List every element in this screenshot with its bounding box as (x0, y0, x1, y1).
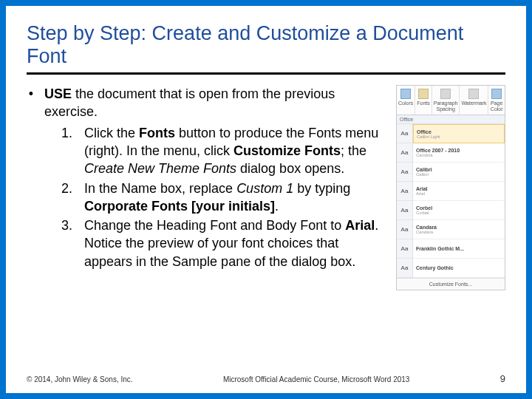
lead-rest: the document that is open from the previ… (44, 86, 335, 119)
menu-header: Office (397, 115, 505, 124)
list-item: 1. Click the Fonts button to produce the… (56, 124, 390, 178)
step-number: 2. (56, 180, 72, 216)
menu-aa-column: Aa Aa Aa Aa Aa Aa Aa Aa (397, 124, 413, 278)
aa-icon: Aa (397, 143, 412, 163)
text-column: • USE the document that is open from the… (27, 85, 390, 290)
fonts-menu-screenshot: Colors Fonts Paragraph Spacing Watermark… (396, 85, 505, 290)
content-row: • USE the document that is open from the… (27, 85, 505, 290)
aa-icon: Aa (397, 239, 412, 259)
ribbon-row: Colors Fonts Paragraph Spacing Watermark… (397, 86, 505, 115)
ribbon-colors: Colors (397, 86, 415, 115)
menu-item: Century Gothic (413, 259, 505, 278)
footer: © 2014, John Wiley & Sons, Inc. Microsof… (27, 373, 505, 384)
screenshot-column: Colors Fonts Paragraph Spacing Watermark… (396, 85, 505, 290)
ribbon-fonts: Fonts (415, 86, 432, 115)
step-body: Change the Heading Font and Body Font to… (84, 216, 390, 270)
ribbon-watermark: Watermark (460, 86, 488, 115)
customize-fonts-link: Customize Fonts... (397, 278, 505, 290)
menu-item-selected: OfficeCalibri Light (413, 124, 505, 143)
menu-items: OfficeCalibri Light Office 2007 - 2010Ca… (413, 124, 505, 278)
step-body: Click the Fonts button to produce the Fo… (84, 124, 390, 178)
aa-icon: Aa (397, 124, 412, 143)
aa-icon: Aa (397, 259, 412, 278)
menu-item: Office 2007 - 2010Cambria (413, 143, 505, 163)
step-list: 1. Click the Fonts button to produce the… (56, 124, 390, 270)
aa-icon: Aa (397, 220, 412, 239)
menu-item: Franklin Gothic M... (413, 239, 505, 259)
menu-item: CandaraCandara (413, 220, 505, 239)
lead-line: • USE the document that is open from the… (27, 85, 390, 121)
aa-icon: Aa (397, 182, 412, 201)
list-item: 2. In the Name box, replace Custom 1 by … (56, 180, 390, 216)
ribbon-paragraph: Paragraph Spacing (432, 86, 460, 115)
copyright: © 2014, John Wiley & Sons, Inc. (27, 375, 133, 383)
slide-title: Step by Step: Create and Customize a Doc… (27, 22, 505, 68)
course-name: Microsoft Official Academic Course, Micr… (223, 375, 410, 383)
bullet-dot: • (27, 85, 35, 121)
menu-body: Aa Aa Aa Aa Aa Aa Aa Aa OfficeCalibri Li… (397, 124, 505, 278)
aa-icon: Aa (397, 163, 412, 182)
step-number: 1. (56, 124, 72, 178)
page-number: 9 (500, 373, 505, 384)
menu-item: CorbelCorbel (413, 201, 505, 220)
step-body: In the Name box, replace Custom 1 by typ… (84, 180, 390, 216)
menu-item: ArialArial (413, 182, 505, 201)
title-rule (27, 72, 505, 75)
aa-icon: Aa (397, 201, 412, 220)
list-item: 3. Change the Heading Font and Body Font… (56, 216, 390, 270)
lead-text: USE the document that is open from the p… (44, 85, 390, 121)
ribbon-page-color: Page Color (488, 86, 505, 115)
menu-item: CalibriCalibri (413, 163, 505, 182)
lead-use: USE (44, 86, 72, 101)
step-number: 3. (56, 216, 72, 270)
slide: Step by Step: Create and Customize a Doc… (6, 6, 526, 393)
